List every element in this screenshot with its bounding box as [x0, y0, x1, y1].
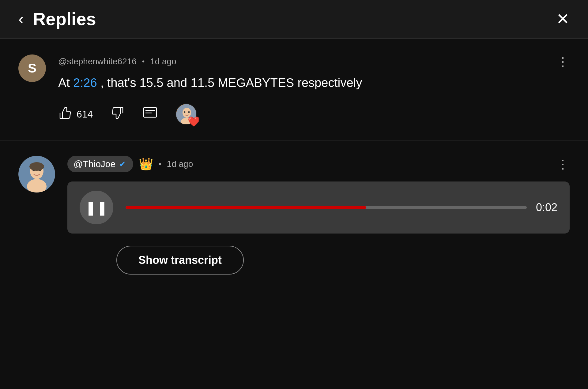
crown-icon: 👑	[139, 157, 153, 171]
reply-separator: •	[159, 160, 161, 168]
comment-icon	[143, 107, 157, 122]
audio-player: ❚❚ 0:02	[67, 181, 570, 234]
comment-meta: @stephenwhite6216 • 1d ago ⋮	[58, 54, 570, 69]
comment-text: At 2:26 , that's 15.5 and 11.5 MEGABYTES…	[58, 74, 570, 91]
channel-name: @ThioJoe	[74, 159, 115, 169]
heart-reaction: ❤️	[175, 103, 197, 125]
progress-container: 0:02	[126, 201, 557, 214]
back-button[interactable]: ‹	[18, 11, 24, 27]
comment-username: @stephenwhite6216	[58, 57, 137, 66]
separator-dot: •	[142, 57, 145, 66]
channel-badge: @ThioJoe ✔	[67, 156, 133, 172]
reply-row: @ThioJoe ✔ 👑 • 1d ago ⋮ ❚❚ 0:02	[18, 156, 570, 275]
timestamp-link[interactable]: 2:26	[73, 76, 97, 89]
comment-actions: 614	[58, 103, 570, 125]
like-count: 614	[77, 109, 93, 120]
svg-point-7	[188, 111, 190, 113]
thiojoe-avatar	[18, 156, 55, 193]
like-button[interactable]: 614	[58, 106, 93, 122]
verified-icon: ✔	[119, 159, 126, 169]
reply-content: @ThioJoe ✔ 👑 • 1d ago ⋮ ❚❚ 0:02	[67, 156, 570, 275]
avatar: S	[18, 54, 46, 82]
comment-timestamp: 1d ago	[150, 57, 176, 66]
header-left: ‹ Replies	[18, 9, 96, 29]
page-title: Replies	[33, 9, 96, 29]
progress-bar[interactable]	[126, 206, 527, 209]
svg-point-13	[29, 162, 44, 171]
heart-icon: ❤️	[188, 116, 200, 127]
reply-button[interactable]	[143, 107, 157, 122]
comment-more-options[interactable]: ⋮	[557, 54, 570, 69]
comment-content: @stephenwhite6216 • 1d ago ⋮ At 2:26 , t…	[58, 54, 570, 125]
comment-row: S @stephenwhite6216 • 1d ago ⋮ At 2:26 ,…	[18, 54, 570, 125]
reply-more-options[interactable]: ⋮	[557, 157, 570, 171]
dislike-button[interactable]	[111, 106, 125, 122]
header: ‹ Replies ✕	[0, 0, 588, 38]
time-display: 0:02	[536, 201, 557, 214]
reply-meta: @ThioJoe ✔ 👑 • 1d ago ⋮	[67, 156, 570, 172]
pause-button[interactable]: ❚❚	[80, 191, 113, 224]
svg-point-6	[184, 111, 186, 113]
show-transcript-button[interactable]: Show transcript	[116, 246, 244, 275]
reply-section: @ThioJoe ✔ 👑 • 1d ago ⋮ ❚❚ 0:02	[0, 140, 588, 290]
thumbs-down-icon	[111, 106, 125, 122]
thumbs-up-icon	[58, 106, 72, 122]
svg-rect-0	[144, 107, 156, 117]
pause-icon: ❚❚	[85, 200, 108, 215]
progress-fill	[126, 206, 366, 209]
close-button[interactable]: ✕	[556, 11, 570, 27]
reply-timestamp: 1d ago	[167, 159, 193, 169]
comment-section: S @stephenwhite6216 • 1d ago ⋮ At 2:26 ,…	[0, 39, 588, 140]
